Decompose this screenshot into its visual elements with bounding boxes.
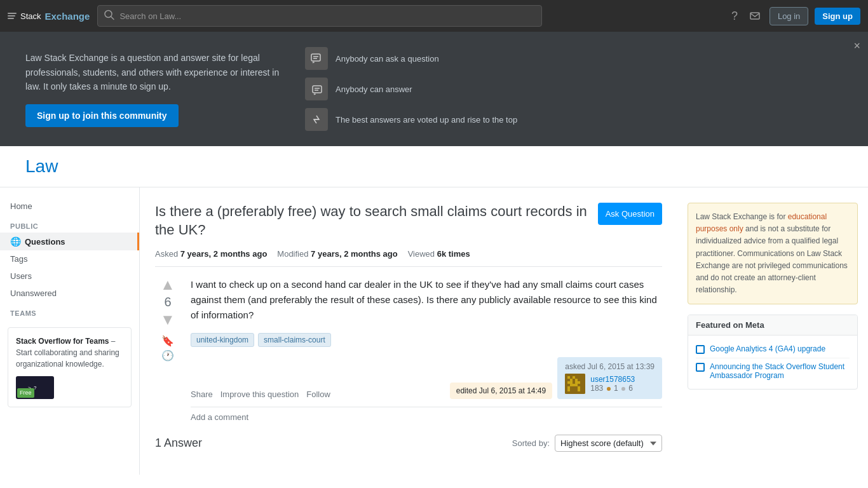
answer-feature-icon xyxy=(305,78,328,100)
main-content: Is there a (preferably free) way to sear… xyxy=(140,187,677,475)
downvote-button[interactable]: ▼ xyxy=(160,312,175,327)
main-layout: Home PUBLIC 🌐 Questions Tags Users Unans… xyxy=(0,187,868,475)
svg-rect-17 xyxy=(575,381,580,384)
feature-answer-text: Anybody can answer xyxy=(336,85,412,94)
user-card: asked Jul 6, 2015 at 13:39 xyxy=(557,357,662,399)
sidebar: Home PUBLIC 🌐 Questions Tags Users Unans… xyxy=(0,187,140,475)
logo-exchange-text: Exchange xyxy=(45,11,90,22)
svg-rect-12 xyxy=(567,376,570,379)
meta-asked: Asked 7 years, 2 months ago xyxy=(155,249,267,259)
svg-rect-2 xyxy=(750,13,759,19)
answers-count: 1 Answer xyxy=(155,437,202,450)
ask-feature-icon xyxy=(305,47,328,70)
bookmark-button[interactable]: 🔖 xyxy=(161,335,174,347)
svg-rect-3 xyxy=(311,54,320,61)
sidebar-item-questions[interactable]: 🌐 Questions xyxy=(0,233,139,250)
info-text2: and is not a substitute for individualiz… xyxy=(696,224,848,294)
site-logo[interactable]: StackExchange xyxy=(8,11,90,22)
svg-rect-14 xyxy=(570,379,573,381)
edited-text: edited Jul 6, 2015 at 14:49 xyxy=(456,386,546,395)
ask-question-button[interactable]: Ask Question xyxy=(598,203,662,225)
question-actions: Share Improve this question Follow xyxy=(191,390,330,399)
user-info: user1578653 183 1 6 xyxy=(565,374,654,394)
sidebar-item-tags[interactable]: Tags xyxy=(0,250,139,268)
sidebar-item-home[interactable]: Home xyxy=(0,198,139,215)
sort-row: Sorted by: Highest score (default) xyxy=(512,435,662,452)
improve-link[interactable]: Improve this question xyxy=(220,390,299,399)
hero-feature-vote: The best answers are voted up and rise t… xyxy=(305,108,843,131)
question-header: Is there a (preferably free) way to sear… xyxy=(155,203,662,239)
user-reputation: 183 1 6 xyxy=(590,384,635,393)
join-community-button[interactable]: Sign up to join this community xyxy=(25,104,179,127)
inbox-icon-button[interactable] xyxy=(747,8,763,24)
hero-text: Law Stack Exchange is a question and ans… xyxy=(25,51,280,126)
history-button[interactable]: 🕐 xyxy=(161,349,174,362)
question-meta: Asked 7 years, 2 months ago Modified 7 y… xyxy=(155,249,662,267)
vote-column: ▲ 6 ▼ 🔖 🕐 xyxy=(155,277,180,422)
so-teams-logo[interactable]: >_? Free xyxy=(16,376,54,399)
feature-vote-text: The best answers are voted up and rise t… xyxy=(336,115,517,125)
follow-link[interactable]: Follow xyxy=(306,390,330,399)
logo-stack-text: Stack xyxy=(20,11,41,21)
search-input[interactable] xyxy=(97,5,542,27)
sidebar-item-users[interactable]: Users xyxy=(0,268,139,285)
featured-meta-box: Featured on Meta Google Analytics 4 (GA4… xyxy=(688,315,858,390)
feature-ask-text: Anybody can ask a question xyxy=(336,54,439,64)
info-box: Law Stack Exchange is for educational pu… xyxy=(688,203,858,304)
meta-item-2-link[interactable]: Announcing the Stack Overflow Student Am… xyxy=(710,362,850,380)
svg-rect-13 xyxy=(573,376,575,379)
login-button[interactable]: Log in xyxy=(770,7,808,25)
hero-feature-ask: Anybody can ask a question xyxy=(305,47,843,70)
help-icon-button[interactable]: ? xyxy=(729,7,740,25)
vote-count: 6 xyxy=(164,295,171,309)
sidebar-item-unanswered[interactable]: Unanswered xyxy=(0,285,139,302)
meta-item-1-link[interactable]: Google Analytics 4 (GA4) upgrade xyxy=(710,344,825,353)
site-title[interactable]: Law xyxy=(25,156,843,177)
tag-small-claims-court[interactable]: small-claims-court xyxy=(258,333,331,347)
meta-item-1-icon xyxy=(696,345,705,354)
teams-card-footer: >_? Free xyxy=(16,376,123,399)
share-link[interactable]: Share xyxy=(191,390,213,399)
upvote-button[interactable]: ▲ xyxy=(160,277,175,292)
tags-row: united-kingdom small-claims-court xyxy=(191,333,662,347)
sort-select[interactable]: Highest score (default) xyxy=(555,435,662,452)
question-footer: Share Improve this question Follow edite… xyxy=(191,357,662,399)
sidebar-section-teams: TEAMS xyxy=(0,302,139,320)
free-badge: Free xyxy=(17,388,34,398)
question-content: I want to check up on a second hand car … xyxy=(191,277,662,422)
info-text1: Law Stack Exchange is for xyxy=(696,212,788,221)
sidebar-section-public: PUBLIC xyxy=(0,215,139,233)
teams-title: Stack Overflow for Teams xyxy=(16,337,109,346)
avatar-image xyxy=(565,374,585,394)
user-details: user1578653 183 1 6 xyxy=(590,375,635,393)
add-comment-button[interactable]: Add a comment xyxy=(191,407,662,422)
sorted-by-label: Sorted by: xyxy=(512,438,550,448)
tag-united-kingdom[interactable]: united-kingdom xyxy=(191,333,254,347)
vote-feature-icon xyxy=(305,108,328,131)
site-header: Law xyxy=(0,146,868,187)
meta-viewed: Viewed 6k times xyxy=(408,249,470,259)
silver-badge xyxy=(621,387,625,391)
signup-button[interactable]: Sign up xyxy=(815,8,860,25)
top-navigation: StackExchange ? Log in Sign up xyxy=(0,0,868,32)
meta-item-1: Google Analytics 4 (GA4) upgrade xyxy=(696,341,850,358)
question-body: ▲ 6 ▼ 🔖 🕐 I want to check up on a second… xyxy=(155,277,662,422)
hero-description: Law Stack Exchange is a question and ans… xyxy=(25,51,280,93)
svg-rect-16 xyxy=(567,381,573,384)
close-hero-button[interactable]: × xyxy=(853,39,860,53)
featured-meta-body: Google Analytics 4 (GA4) upgrade Announc… xyxy=(688,336,857,389)
asked-timestamp: asked Jul 6, 2015 at 13:39 xyxy=(565,362,654,371)
search-icon xyxy=(104,10,115,23)
hero-feature-answer: Anybody can answer xyxy=(305,78,843,100)
user-name-link[interactable]: user1578653 xyxy=(590,375,635,384)
hero-banner: × Law Stack Exchange is a question and a… xyxy=(0,32,868,146)
svg-rect-18 xyxy=(570,384,578,386)
question-title: Is there a (preferably free) way to sear… xyxy=(155,203,588,239)
hero-visual: Anybody can ask a question Anybody can a… xyxy=(305,47,843,131)
svg-rect-6 xyxy=(313,86,322,93)
question-text: I want to check up on a second hand car … xyxy=(191,277,662,323)
right-sidebar: Law Stack Exchange is for educational pu… xyxy=(677,187,868,475)
svg-rect-15 xyxy=(575,379,578,381)
teams-description: Stack Overflow for Teams – Start collabo… xyxy=(16,336,123,370)
globe-icon: 🌐 xyxy=(10,236,21,247)
